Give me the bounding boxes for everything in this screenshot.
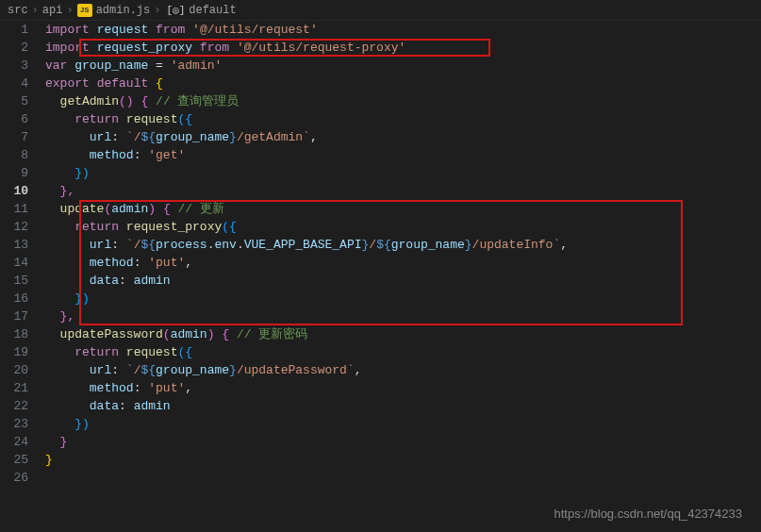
line-number: 3 [0, 57, 28, 75]
line-number: 14 [0, 254, 28, 272]
js-file-icon: JS [77, 4, 92, 17]
breadcrumb-folder[interactable]: src [8, 4, 28, 17]
line-number: 15 [0, 272, 28, 290]
line-number: 20 [0, 361, 28, 379]
code-line[interactable]: } [45, 451, 761, 469]
code-line[interactable]: }) [45, 290, 761, 308]
code-line[interactable]: method: 'put', [45, 254, 761, 272]
chevron-right-icon: › [66, 4, 73, 17]
line-number: 6 [0, 110, 28, 128]
line-number: 11 [0, 200, 28, 218]
breadcrumb[interactable]: src › api › JS admin.js › [◎] default [0, 0, 761, 21]
line-number: 10 [0, 182, 28, 200]
line-number: 7 [0, 128, 28, 146]
chevron-right-icon: › [32, 4, 39, 17]
chevron-right-icon: › [154, 4, 160, 17]
code-line[interactable]: export default { [45, 75, 761, 92]
code-line[interactable]: url: `/${group_name}/getAdmin`, [45, 128, 761, 146]
code-line[interactable]: url: `/${group_name}/updatePassword`, [45, 361, 761, 379]
code-line[interactable] [45, 469, 761, 487]
code-line[interactable]: data: admin [45, 397, 761, 415]
code-line[interactable]: method: 'get' [45, 146, 761, 164]
line-number: 5 [0, 92, 28, 110]
line-number: 12 [0, 218, 28, 236]
line-number: 26 [0, 469, 28, 487]
code-area[interactable]: import request from '@/utils/request' im… [38, 21, 761, 532]
line-number: 13 [0, 236, 28, 254]
code-line[interactable]: updatePassword(admin) { // 更新密码 [45, 325, 761, 343]
line-number: 23 [0, 415, 28, 433]
line-number: 18 [0, 325, 28, 343]
line-number: 21 [0, 379, 28, 397]
line-number: 16 [0, 290, 28, 308]
code-line[interactable]: }, [45, 182, 761, 200]
code-line[interactable]: getAdmin() { // 查询管理员 [45, 92, 761, 110]
code-line[interactable]: return request({ [45, 343, 761, 361]
line-number: 19 [0, 343, 28, 361]
line-number: 2 [0, 39, 28, 57]
symbol-icon: [◎] [166, 4, 185, 16]
code-line[interactable]: } [45, 433, 761, 451]
breadcrumb-folder[interactable]: api [42, 4, 63, 17]
line-number: 24 [0, 433, 28, 451]
code-line[interactable]: return request({ [45, 110, 761, 128]
breadcrumb-file[interactable]: admin.js [96, 4, 151, 17]
line-number: 25 [0, 451, 28, 469]
code-line[interactable]: var group_name = 'admin' [45, 57, 761, 75]
code-line[interactable]: }, [45, 308, 761, 325]
breadcrumb-symbol[interactable]: default [189, 4, 236, 17]
line-number: 4 [0, 75, 28, 92]
line-number: 1 [0, 21, 28, 39]
code-editor[interactable]: 1 2 3 4 5 6 7 8 9 10 11 12 13 14 15 16 1… [0, 21, 761, 532]
code-line[interactable]: url: `/${process.env.VUE_APP_BASE_API}/$… [45, 236, 761, 254]
code-line[interactable]: data: admin [45, 272, 761, 290]
code-line[interactable]: method: 'put', [45, 379, 761, 397]
line-number: 8 [0, 146, 28, 164]
code-line[interactable]: return request_proxy({ [45, 218, 761, 236]
line-number-gutter: 1 2 3 4 5 6 7 8 9 10 11 12 13 14 15 16 1… [0, 21, 38, 532]
watermark-text: https://blog.csdn.net/qq_42374233 [554, 507, 743, 521]
code-line[interactable]: import request_proxy from '@/utils/reque… [45, 39, 761, 57]
code-line[interactable]: }) [45, 164, 761, 182]
line-number: 17 [0, 308, 28, 325]
line-number: 9 [0, 164, 28, 182]
code-line[interactable]: }) [45, 415, 761, 433]
code-line[interactable]: import request from '@/utils/request' [45, 21, 761, 39]
line-number: 22 [0, 397, 28, 415]
code-line[interactable]: update(admin) { // 更新 [45, 200, 761, 218]
